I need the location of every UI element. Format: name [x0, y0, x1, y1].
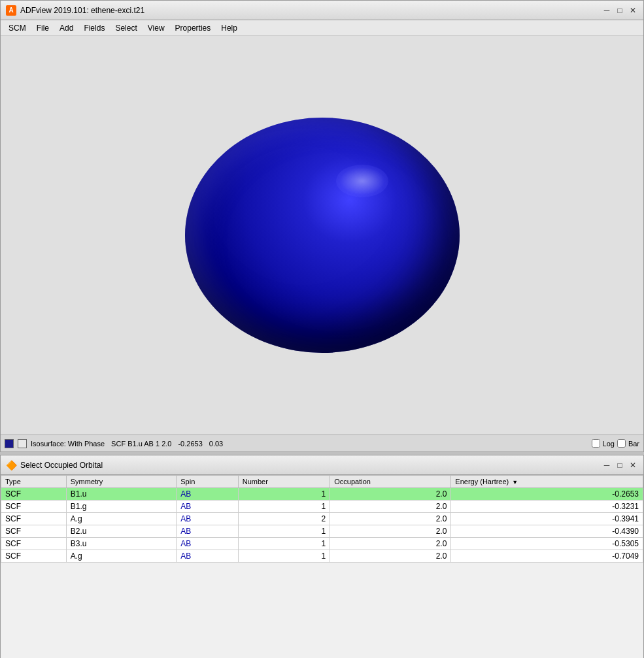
col-symmetry-cell: B1.g: [66, 501, 177, 513]
menu-fields[interactable]: Fields: [78, 20, 110, 35]
col-symmetry-cell: A.g: [66, 513, 177, 525]
table-row[interactable]: SCFB1.uAB12.0-0.2653: [1, 488, 643, 501]
orbital-table: Type Symmetry Spin Number Occupation Ene…: [1, 475, 643, 563]
dialog-window: 🔶 Select Occupied Orbital ─ □ ✕ Type Sym…: [0, 455, 644, 658]
col-type-cell: SCF: [1, 550, 67, 563]
col-occupation-cell: 2.0: [330, 488, 451, 501]
minimize-button[interactable]: ─: [602, 5, 612, 16]
menu-properties[interactable]: Properties: [170, 20, 216, 35]
main-window: A ADFview 2019.101: ethene-exci.t21 ─ □ …: [0, 0, 644, 452]
bar-checkbox[interactable]: [617, 439, 626, 448]
orbital-visualization: [172, 105, 473, 366]
col-spin-cell: AB: [177, 501, 238, 513]
dialog-minimize-button[interactable]: ─: [602, 460, 612, 470]
col-spin-cell: AB: [177, 525, 238, 538]
log-checkbox[interactable]: [592, 439, 600, 448]
col-energy-cell: -0.4390: [451, 525, 643, 538]
dialog-title: Select Occupied Orbital: [20, 461, 598, 470]
app-icon: A: [6, 5, 16, 16]
col-occupation-cell: 2.0: [330, 538, 451, 550]
col-energy-cell: -0.2653: [451, 488, 643, 501]
isosurface-label: Isosurface: With Phase: [31, 440, 105, 448]
dialog-title-bar: 🔶 Select Occupied Orbital ─ □ ✕: [1, 455, 643, 475]
col-spin-cell: AB: [177, 513, 238, 525]
col-number-cell: 2: [238, 513, 330, 525]
col-symmetry-cell: A.g: [66, 550, 177, 563]
col-symmetry-cell: B3.u: [66, 538, 177, 550]
menu-scm[interactable]: SCM: [3, 20, 31, 35]
col-type-cell: SCF: [1, 501, 67, 513]
col-header-occupation[interactable]: Occupation: [330, 476, 451, 488]
col-number-cell: 1: [238, 501, 330, 513]
close-button[interactable]: ✕: [628, 5, 638, 16]
table-row[interactable]: SCFA.gAB12.0-0.7049: [1, 550, 643, 563]
col-symmetry-cell: B1.u: [66, 488, 177, 501]
col-number-cell: 1: [238, 550, 330, 563]
status-right-controls: Log Bar: [592, 439, 639, 448]
orbital-sphere: [185, 118, 460, 353]
table-row[interactable]: SCFB3.uAB12.0-0.5305: [1, 538, 643, 550]
col-occupation-cell: 2.0: [330, 501, 451, 513]
col-header-energy[interactable]: Energy (Hartree) ▼: [451, 476, 643, 488]
maximize-button[interactable]: □: [615, 5, 625, 16]
bar-label: Bar: [628, 440, 639, 448]
col-energy-cell: -0.3941: [451, 513, 643, 525]
col-type-cell: SCF: [1, 538, 67, 550]
col-energy-cell: -0.5305: [451, 538, 643, 550]
col-spin-cell: AB: [177, 488, 238, 501]
col-occupation-cell: 2.0: [330, 525, 451, 538]
col-energy-cell: -0.7049: [451, 550, 643, 563]
col-spin-cell: AB: [177, 550, 238, 563]
color-indicator-blue: [5, 439, 14, 448]
table-header-row: Type Symmetry Spin Number Occupation Ene…: [1, 476, 643, 488]
orbital-table-container[interactable]: Type Symmetry Spin Number Occupation Ene…: [1, 475, 643, 563]
col-spin-cell: AB: [177, 538, 238, 550]
col-type-cell: SCF: [1, 513, 67, 525]
dialog-icon: 🔶: [6, 460, 16, 470]
col-symmetry-cell: B2.u: [66, 525, 177, 538]
col-occupation-cell: 2.0: [330, 513, 451, 525]
menu-add[interactable]: Add: [54, 20, 78, 35]
menu-bar: SCM File Add Fields Select View Properti…: [1, 20, 643, 36]
menu-view[interactable]: View: [143, 20, 170, 35]
title-bar: A ADFview 2019.101: ethene-exci.t21 ─ □ …: [1, 1, 643, 20]
window-title: ADFview 2019.101: ethene-exci.t21: [20, 6, 598, 15]
col-number-cell: 1: [238, 525, 330, 538]
table-row[interactable]: SCFA.gAB22.0-0.3941: [1, 513, 643, 525]
col-header-spin[interactable]: Spin: [177, 476, 238, 488]
dialog-window-controls: ─ □ ✕: [602, 460, 638, 470]
dialog-maximize-button[interactable]: □: [615, 460, 625, 470]
table-row[interactable]: SCFB1.gAB12.0-0.3231: [1, 501, 643, 513]
dialog-empty-area: [1, 563, 643, 658]
status-bar: Isosurface: With Phase SCF B1.u AB 1 2.0…: [1, 435, 643, 452]
menu-help[interactable]: Help: [216, 20, 243, 35]
col-number-cell: 1: [238, 538, 330, 550]
col-number-cell: 1: [238, 488, 330, 501]
col-type-cell: SCF: [1, 525, 67, 538]
energy-display: -0.2653: [178, 440, 202, 448]
log-label: Log: [603, 440, 615, 448]
dialog-close-button[interactable]: ✕: [628, 460, 638, 470]
3d-viewport[interactable]: [1, 36, 643, 435]
isovalue-display: 0.03: [209, 440, 223, 448]
menu-file[interactable]: File: [31, 20, 54, 35]
col-header-symmetry[interactable]: Symmetry: [66, 476, 177, 488]
col-occupation-cell: 2.0: [330, 550, 451, 563]
window-controls: ─ □ ✕: [602, 5, 638, 16]
col-header-number[interactable]: Number: [238, 476, 330, 488]
table-row[interactable]: SCFB2.uAB12.0-0.4390: [1, 525, 643, 538]
color-indicator-white: [18, 439, 27, 448]
col-energy-cell: -0.3231: [451, 501, 643, 513]
sort-indicator: ▼: [512, 479, 518, 485]
orbital-info: SCF B1.u AB 1 2.0: [111, 440, 171, 448]
col-type-cell: SCF: [1, 488, 67, 501]
menu-select[interactable]: Select: [110, 20, 142, 35]
col-header-type[interactable]: Type: [1, 476, 67, 488]
